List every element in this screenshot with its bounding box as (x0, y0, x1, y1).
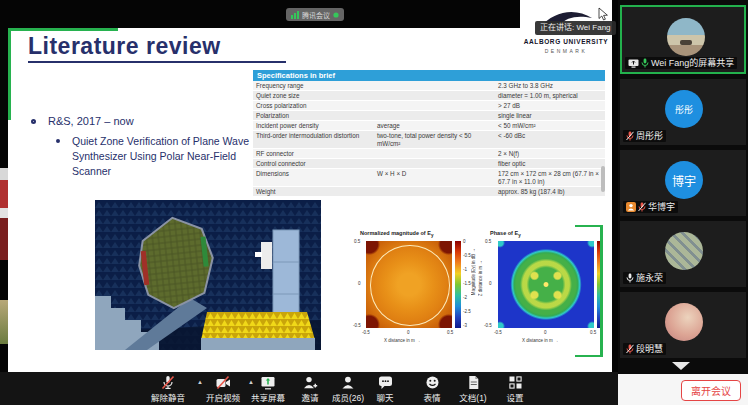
desktop-edge-sliver (0, 218, 8, 260)
leave-meeting-button[interactable]: 离开会议 (681, 380, 741, 401)
participant-tile-weifang[interactable]: Wei Fang的屏幕共享 (620, 5, 746, 74)
logo-text: AALBORG UNIVERSITY (520, 38, 612, 45)
figure-magnitude: Normalized magnitude of Ey 0.5 0 -0.5 -0… (352, 228, 476, 358)
table-row: Quiet zone sizediameter = 1.00 m, spheri… (253, 91, 605, 101)
leave-panel: 离开会议 (618, 374, 748, 405)
invite-button[interactable]: 邀请 (301, 375, 318, 403)
table-row: Cross polarization> 27 dB (253, 101, 605, 111)
figure-title: Phase of Ey (490, 230, 521, 238)
x-axis-label: X distance in m → (522, 338, 559, 343)
participant-label: 施永荣 (623, 272, 666, 284)
slide-title: Literature review (28, 33, 221, 60)
colorbar-label: Magnitude |Ey| in dB → (471, 248, 476, 295)
bullet-icon (56, 139, 60, 143)
table-row: DimensionsW × H × D172 cm × 172 cm × 28 … (253, 169, 605, 187)
mic-options-caret[interactable]: ▲ (197, 379, 203, 385)
avatar (665, 303, 703, 341)
mouse-cursor-icon (598, 7, 609, 21)
share-screen-button[interactable]: 共享屏幕 (251, 375, 285, 403)
y-tick: -0.5 (353, 323, 361, 328)
magnitude-heatmap (366, 241, 452, 328)
mic-muted-icon (626, 344, 634, 354)
x-tick: 0 (544, 330, 547, 335)
unmute-button[interactable]: 解除静音 (151, 375, 185, 403)
table-row: RF connector2 × N(f) (253, 149, 605, 159)
collapse-sidebar-arrow[interactable] (672, 362, 690, 370)
cbar-tick: -0.5 (463, 253, 471, 258)
participant-tile-zhoutongtong[interactable]: 彤彤 周彤彤 (620, 79, 746, 145)
participant-tile-duanminghui[interactable]: 段明慧 (620, 292, 746, 358)
cbar-tick: -1.5 (463, 281, 471, 286)
avatar-photo-detail (680, 40, 692, 45)
x-axis-label: X distance in m → (384, 338, 421, 343)
scrollbar-thumb[interactable] (601, 166, 605, 192)
slide-right-accent (575, 225, 603, 357)
bullet-icon (31, 119, 36, 124)
y-tick: 0.5 (354, 239, 360, 244)
members-icon (340, 375, 356, 390)
meeting-toolbar: 解除静音 ▲ 开启视频 ▲ 共享屏幕 (0, 372, 618, 405)
participant-label: Wei Fang的屏幕共享 (625, 57, 737, 69)
avatar (667, 18, 705, 56)
anechoic-chamber-photo (95, 200, 321, 350)
x-tick: 0.5 (447, 330, 453, 335)
table-row: Third-order intermodulation distortiontw… (253, 131, 605, 149)
y-tick: 0.5 (485, 239, 491, 244)
table-row: Weightapprox. 85 kg (187.4 lb) (253, 187, 605, 197)
cbar-tick: -2 (463, 295, 467, 300)
colorbar (455, 241, 461, 328)
avatar (665, 232, 703, 270)
slide-corner-accent (8, 28, 11, 120)
camera-off-icon (215, 375, 231, 390)
documents-button[interactable]: 文档(1) (459, 375, 486, 403)
invite-icon (302, 375, 318, 390)
emoji-button[interactable]: 表情 (423, 375, 440, 403)
table-row: Polarizationsingle linear (253, 111, 605, 121)
participant-tile-huaboyu[interactable]: 博宇 华博宇 (620, 150, 746, 216)
y-axis-label: Z distance in m → (478, 260, 483, 296)
logo-country-text: DENMARK (520, 48, 612, 54)
meeting-window: Literature review R&S, 2017 – now Quiet … (0, 0, 748, 405)
share-screen-icon (260, 375, 276, 390)
pill-text: 腾讯会议 (302, 10, 330, 20)
x-tick: 0 (407, 330, 410, 335)
start-video-button[interactable]: 开启视频 (206, 375, 240, 403)
avatar: 彤彤 (665, 90, 703, 128)
participant-label: 周彤彤 (623, 130, 666, 142)
table-row: Control connectorfiber optic (253, 159, 605, 169)
screen-share-icon (628, 59, 639, 68)
desktop-edge-sliver (0, 300, 8, 344)
mic-muted-icon (626, 131, 634, 141)
avatar: 博宇 (665, 161, 703, 199)
cbar-tick: -3 (463, 323, 467, 328)
screen-share-stage: Literature review R&S, 2017 – now Quiet … (0, 0, 618, 372)
signal-icon (291, 11, 299, 19)
emoji-icon (424, 375, 440, 390)
settings-button[interactable]: 设置 (506, 375, 523, 403)
table-row: Frequency range2.3 GHz to 3.8 GHz (253, 81, 605, 91)
title-underline (28, 61, 286, 63)
chat-icon (377, 375, 393, 390)
bullet-level2: Quiet Zone Verification of Plane Wave Sy… (72, 134, 272, 179)
mic-on-icon (626, 273, 634, 283)
mic-muted-icon (638, 202, 646, 212)
cbar-tick: 0 (463, 239, 466, 244)
cbar-tick: -2.5 (463, 309, 471, 314)
cbar-tick: -1 (463, 267, 467, 272)
specifications-table: Specifications in brief Frequency range2… (253, 70, 605, 197)
host-badge-icon (626, 202, 636, 212)
y-tick: 0 (358, 281, 361, 286)
floating-meeting-pill[interactable]: 腾讯会议 (286, 8, 344, 21)
bullet-level1: R&S, 2017 – now (48, 115, 134, 127)
participants-sidebar: Wei Fang的屏幕共享 彤彤 周彤彤 博宇 华博宇 施永荣 (618, 0, 748, 405)
participant-label: 华博宇 (623, 201, 678, 213)
chat-button[interactable]: 聊天 (376, 375, 393, 403)
participant-tile-shiyongrong[interactable]: 施永荣 (620, 221, 746, 287)
document-icon (465, 375, 481, 390)
members-button[interactable]: 成员(26) (332, 375, 364, 403)
speaking-indicator: 正在讲话: Wei Fang (535, 21, 616, 35)
desktop-edge-sliver (0, 168, 8, 180)
y-tick: 0 (489, 281, 492, 286)
x-tick: -0.5 (494, 330, 502, 335)
table-row: Incident power densityaverage< 50 mW/cm² (253, 121, 605, 131)
